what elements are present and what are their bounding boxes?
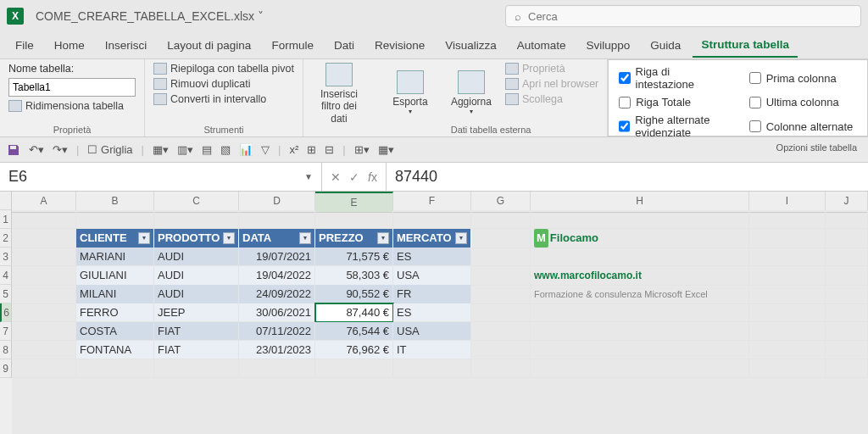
tab-revisione[interactable]: Revisione [366, 34, 433, 57]
cell[interactable] [471, 248, 531, 266]
cell[interactable]: 87,440 € [315, 303, 393, 322]
tab-automate[interactable]: Automate [509, 34, 575, 57]
cell[interactable] [12, 266, 76, 286]
cell[interactable]: FIAT [154, 322, 239, 341]
cell[interactable] [826, 210, 868, 229]
cell[interactable]: MFilocamo [531, 229, 749, 248]
row-header[interactable]: 8 [0, 341, 12, 359]
chevron-down-icon[interactable]: ▼ [304, 172, 313, 181]
cell[interactable] [471, 210, 531, 229]
cell[interactable] [12, 303, 76, 322]
cell[interactable] [12, 248, 76, 266]
last-column-checkbox[interactable]: Ultima colonna [749, 96, 857, 108]
cell[interactable]: USA [393, 322, 471, 341]
cell[interactable]: ES [393, 303, 471, 322]
cell[interactable]: www.marcofilocamo.it [531, 266, 749, 286]
tab-dati[interactable]: Dati [326, 34, 363, 57]
chart-icon[interactable]: 📊 [239, 143, 253, 156]
insert-slicer-button[interactable]: Inserisci filtro dei dati [312, 63, 366, 125]
tab-file[interactable]: File [7, 34, 42, 57]
cell[interactable] [12, 322, 76, 341]
tab-formule[interactable]: Formule [263, 34, 322, 57]
cell[interactable] [749, 248, 826, 266]
cell[interactable]: COSTA [76, 322, 154, 341]
cell[interactable] [749, 229, 826, 248]
superscript-icon[interactable]: x² [289, 143, 298, 156]
search-input[interactable]: ⌕ Cerca [505, 5, 861, 27]
filename[interactable]: COME_CREARE_TABELLA_EXCEL.xlsx ˅ [36, 9, 264, 23]
cell[interactable] [749, 322, 826, 341]
cell[interactable]: ES [393, 248, 471, 266]
qat-icon[interactable]: ▦▾ [378, 143, 394, 156]
cell[interactable]: USA [393, 266, 471, 286]
row-header[interactable]: 6 [0, 303, 12, 322]
qat-icon[interactable]: ⊟ [325, 143, 334, 156]
cell[interactable]: 07/11/2022 [239, 322, 315, 341]
cell[interactable] [749, 341, 826, 359]
tab-home[interactable]: Home [46, 34, 93, 57]
cell[interactable]: 23/01/2023 [239, 341, 315, 359]
fx-icon[interactable]: fx [368, 170, 377, 184]
row-header[interactable]: 3 [0, 248, 12, 266]
cell[interactable] [239, 210, 315, 229]
cell[interactable]: 76,962 € [315, 341, 393, 359]
cell[interactable]: JEEP [154, 303, 239, 322]
cell[interactable] [471, 266, 531, 286]
qat-icon[interactable]: ▤ [202, 143, 212, 156]
cell[interactable]: DATA▼ [239, 229, 315, 248]
cell[interactable] [531, 341, 749, 359]
qat-icon[interactable]: ▦▾ [153, 143, 169, 156]
row-header[interactable]: 9 [0, 359, 12, 378]
cell[interactable] [531, 303, 749, 322]
cell[interactable] [826, 229, 868, 248]
cell[interactable]: 58,303 € [315, 266, 393, 286]
qat-icon[interactable]: ⊞ [307, 143, 316, 156]
cell[interactable]: GIULIANI [76, 266, 154, 286]
row-header[interactable]: 2 [0, 229, 12, 248]
cell[interactable]: Formazione & consulenza Microsoft Excel [531, 285, 749, 304]
banded-columns-checkbox[interactable]: Colonne alternate [749, 114, 857, 139]
cell[interactable] [12, 285, 76, 304]
summarize-pivot-button[interactable]: Riepiloga con tabella pivot [153, 63, 294, 75]
tab-struttura-tabella[interactable]: Struttura tabella [693, 33, 798, 58]
cell[interactable] [826, 322, 868, 341]
cell[interactable] [393, 210, 471, 229]
row-header[interactable]: 4 [0, 266, 12, 285]
cell[interactable] [826, 266, 868, 286]
cell[interactable] [826, 359, 868, 378]
qat-icon[interactable]: ⊞▾ [354, 143, 370, 156]
cell[interactable] [76, 210, 154, 229]
cell[interactable] [749, 359, 826, 378]
filter-dropdown-icon[interactable]: ▼ [138, 232, 150, 244]
filter-dropdown-icon[interactable]: ▼ [299, 232, 311, 244]
cell[interactable] [749, 266, 826, 286]
undo-icon[interactable]: ↶▾ [29, 143, 44, 156]
cell[interactable] [826, 303, 868, 322]
cell[interactable] [393, 359, 471, 378]
cell[interactable] [531, 248, 749, 266]
confirm-icon[interactable]: ✓ [349, 170, 359, 184]
cell[interactable] [471, 229, 531, 248]
cell[interactable] [12, 341, 76, 359]
cell[interactable]: FIAT [154, 341, 239, 359]
cell[interactable]: 30/06/2021 [239, 303, 315, 322]
row-header[interactable]: 5 [0, 285, 12, 303]
total-row-checkbox[interactable]: Riga Totale [619, 96, 726, 108]
cell[interactable] [531, 322, 749, 341]
tab-sviluppo[interactable]: Sviluppo [578, 34, 639, 57]
cell[interactable] [12, 359, 76, 378]
tab-visualizza[interactable]: Visualizza [437, 34, 505, 57]
filter-icon[interactable]: ▽ [261, 143, 270, 156]
banded-rows-checkbox[interactable]: Righe alternate evidenziate [619, 114, 726, 139]
filter-dropdown-icon[interactable]: ▼ [455, 232, 467, 244]
cancel-icon[interactable]: ✕ [331, 170, 341, 184]
row-header[interactable] [0, 192, 12, 210]
tab-layout-di-pagina[interactable]: Layout di pagina [159, 34, 259, 57]
cell[interactable]: 90,552 € [315, 285, 393, 304]
cell[interactable]: CLIENTE▼ [76, 229, 154, 248]
row-header[interactable]: 7 [0, 322, 12, 341]
header-row-checkbox[interactable]: Riga di intestazione [619, 65, 726, 91]
cell[interactable]: AUDI [154, 285, 239, 304]
cell[interactable] [826, 248, 868, 266]
cell[interactable]: AUDI [154, 266, 239, 286]
